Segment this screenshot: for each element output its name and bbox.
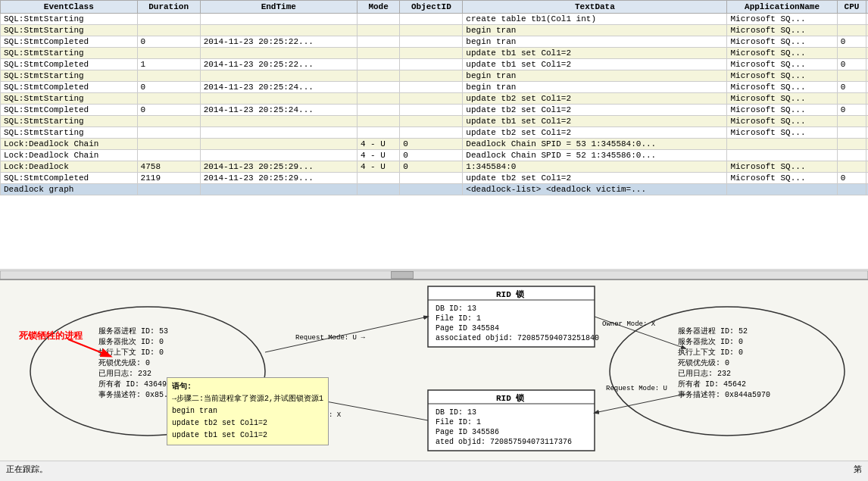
cell-textdata: begin tran — [463, 25, 727, 36]
svg-text:执行上下文 ID: 0: 执行上下文 ID: 0 — [678, 348, 743, 357]
cell-duration — [137, 184, 200, 195]
col-textdata[interactable]: TextData — [463, 1, 727, 14]
cell-objectid: 0 — [400, 139, 463, 150]
cell-duration — [137, 48, 200, 59]
cell-cpu: 0 — [837, 173, 866, 184]
callout-title: 语句: — [172, 383, 192, 391]
table-container[interactable]: EventClass Duration EndTime Mode ObjectI… — [0, 0, 868, 269]
table-row[interactable]: SQL:StmtCompleted02014-11-23 20:25:24...… — [1, 82, 869, 93]
table-row[interactable]: SQL:StmtStartingupdate tb2 set Col1=2Mic… — [1, 93, 869, 105]
col-endtime[interactable]: EndTime — [200, 1, 357, 14]
cell-eventclass: Lock:Deadlock — [1, 161, 138, 173]
svg-text:Page ID 345584: Page ID 345584 — [436, 324, 499, 333]
table-row[interactable]: SQL:StmtStartingbegin tranMicrosoft SQ..… — [1, 70, 869, 82]
svg-text:RID 锁: RID 锁 — [496, 289, 525, 299]
cell-objectid: 0 — [400, 150, 463, 161]
cell-applicationname: Microsoft SQ... — [727, 127, 837, 139]
cell-cpu — [837, 127, 866, 139]
svg-text:服务器进程 ID: 53: 服务器进程 ID: 53 — [98, 326, 168, 336]
callout-line4: update tb1 set Col1=2 — [172, 431, 267, 439]
table-row[interactable]: Lock:Deadlock Chain4 - U0Deadlock Chain … — [1, 150, 869, 161]
cell-endtime — [200, 116, 357, 127]
table-row[interactable]: SQL:StmtCompleted02014-11-23 20:25:24...… — [1, 105, 869, 116]
cell-endtime: 2014-11-23 20:25:22... — [200, 36, 357, 48]
cell-objectid — [400, 127, 463, 139]
cell-applicationname: Microsoft SQ... — [727, 161, 837, 173]
cell-endtime — [200, 184, 357, 195]
table-header-row: EventClass Duration EndTime Mode ObjectI… — [1, 1, 869, 14]
cell-textdata: update tb1 set Col1=2 — [463, 116, 727, 127]
cell-endtime — [200, 48, 357, 59]
svg-text:服务器批次 ID: 0: 服务器批次 ID: 0 — [98, 337, 164, 346]
horizontal-scrollbar[interactable] — [0, 269, 868, 280]
cell-mode — [357, 105, 399, 116]
col-duration[interactable]: Duration — [137, 1, 200, 14]
cell-cpu: 0 — [837, 59, 866, 70]
cell-eventclass: SQL:StmtStarting — [1, 48, 138, 59]
cell-applicationname — [727, 150, 837, 161]
cell-cpu: 0 — [837, 105, 866, 116]
cell-applicationname: Microsoft SQ... — [727, 70, 837, 82]
table-row[interactable]: Lock:Deadlock47582014-11-23 20:25:29...4… — [1, 161, 869, 173]
cell-applicationname: Microsoft SQ... — [727, 93, 837, 105]
cell-cpu — [837, 70, 866, 82]
cell-mode: 4 - U — [357, 139, 399, 150]
col-cpu[interactable]: CPU — [837, 1, 866, 14]
cell-textdata: Deadlock Chain SPID = 53 1:345584:0... — [463, 139, 727, 150]
scrollbar-thumb[interactable] — [391, 271, 414, 279]
cell-applicationname: Microsoft SQ... — [727, 105, 837, 116]
cell-endtime: 2014-11-23 20:25:22... — [200, 59, 357, 70]
callout-box: 语句: →步骤二:当前进程拿了资源2,并试图锁资源1 begin tran up… — [167, 377, 329, 445]
svg-text:服务器批次 ID: 0: 服务器批次 ID: 0 — [678, 337, 743, 346]
table-row[interactable]: Lock:Deadlock Chain4 - U0Deadlock Chain … — [1, 139, 869, 150]
cell-duration: 0 — [137, 36, 200, 48]
scrollbar-track[interactable] — [0, 270, 868, 280]
table-row[interactable]: SQL:StmtCompleted02014-11-23 20:25:22...… — [1, 36, 869, 48]
cell-textdata: update tb2 set Col1=2 — [463, 93, 727, 105]
svg-text:File ID: 1: File ID: 1 — [436, 418, 481, 426]
svg-text:服务器进程 ID: 52: 服务器进程 ID: 52 — [678, 326, 748, 336]
cell-textdata: <deadlock-list> <deadlock victim=... — [463, 184, 727, 195]
cell-applicationname: Microsoft SQ... — [727, 48, 837, 59]
cell-applicationname — [727, 139, 837, 150]
table-row[interactable]: SQL:StmtStartingupdate tb1 set Col1=2Mic… — [1, 48, 869, 59]
col-objectid[interactable]: ObjectID — [400, 1, 463, 14]
cell-duration: 0 — [137, 82, 200, 93]
table-row[interactable]: SQL:StmtStartingbegin tranMicrosoft SQ..… — [1, 25, 869, 36]
cell-cpu — [837, 48, 866, 59]
cell-cpu — [837, 14, 866, 25]
col-appname[interactable]: ApplicationName — [727, 1, 837, 14]
col-mode[interactable]: Mode — [357, 1, 399, 14]
cell-textdata: update tb1 set Col1=2 — [463, 48, 727, 59]
cell-applicationname: Microsoft SQ... — [727, 82, 837, 93]
table-row[interactable]: SQL:StmtStartingupdate tb1 set Col1=2Mic… — [1, 116, 869, 127]
event-table: EventClass Duration EndTime Mode ObjectI… — [0, 0, 868, 195]
cell-eventclass: SQL:StmtStarting — [1, 14, 138, 25]
cell-objectid — [400, 70, 463, 82]
table-row[interactable]: SQL:StmtCompleted21192014-11-23 20:25:29… — [1, 173, 869, 184]
cell-mode — [357, 25, 399, 36]
cell-mode — [357, 14, 399, 25]
svg-text:所有者 ID: 45642: 所有者 ID: 45642 — [678, 379, 746, 389]
table-row[interactable]: Deadlock graph<deadlock-list> <deadlock … — [1, 184, 869, 195]
cell-eventclass: SQL:StmtStarting — [1, 93, 138, 105]
deadlock-diagram: 服务器进程 ID: 53 服务器批次 ID: 0 执行上下文 ID: 0 死锁优… — [0, 280, 868, 461]
deadlock-victim-label: 死锁牺牲的进程 — [19, 330, 83, 342]
cell-objectid — [400, 48, 463, 59]
col-eventclass[interactable]: EventClass — [1, 1, 138, 14]
cell-duration: 4758 — [137, 161, 200, 173]
cell-cpu — [837, 139, 866, 150]
table-row[interactable]: SQL:StmtStartingcreate table tb1(Col1 in… — [1, 14, 869, 25]
cell-duration — [137, 150, 200, 161]
cell-eventclass: SQL:StmtStarting — [1, 70, 138, 82]
table-row[interactable]: SQL:StmtCompleted12014-11-23 20:25:22...… — [1, 59, 869, 70]
cell-eventclass: SQL:StmtCompleted — [1, 59, 138, 70]
cell-duration — [137, 70, 200, 82]
svg-text:File ID: 1: File ID: 1 — [436, 314, 481, 323]
svg-text:已用日志: 232: 已用日志: 232 — [98, 369, 151, 378]
cell-endtime: 2014-11-23 20:25:24... — [200, 82, 357, 93]
cell-mode: 4 - U — [357, 161, 399, 173]
cell-objectid — [400, 14, 463, 25]
cell-textdata: update tb1 set Col1=2 — [463, 59, 727, 70]
table-row[interactable]: SQL:StmtStartingupdate tb2 set Col1=2Mic… — [1, 127, 869, 139]
